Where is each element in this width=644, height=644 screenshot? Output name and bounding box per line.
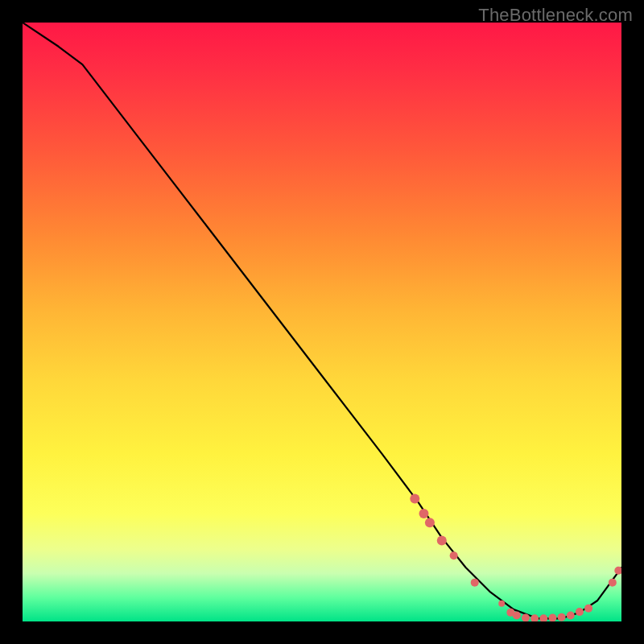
watermark-text: TheBottleneck.com [478, 5, 633, 26]
data-marker [576, 608, 584, 616]
data-marker [498, 601, 505, 607]
data-marker [539, 614, 547, 621]
data-marker [419, 509, 428, 518]
chart-plot-area [23, 23, 621, 621]
data-marker [471, 579, 479, 587]
data-marker [567, 612, 575, 620]
chart-svg [23, 23, 621, 621]
data-marker [513, 612, 521, 620]
data-marker [548, 614, 556, 621]
data-marker [450, 551, 458, 559]
data-marker [558, 613, 566, 621]
data-marker [609, 579, 617, 587]
curve-line [23, 23, 621, 618]
chart-frame: TheBottleneck.com [0, 0, 644, 644]
data-marker [425, 518, 435, 527]
data-marker [584, 605, 592, 613]
data-marker [614, 567, 621, 575]
data-marker [410, 493, 419, 503]
data-marker [437, 536, 447, 546]
